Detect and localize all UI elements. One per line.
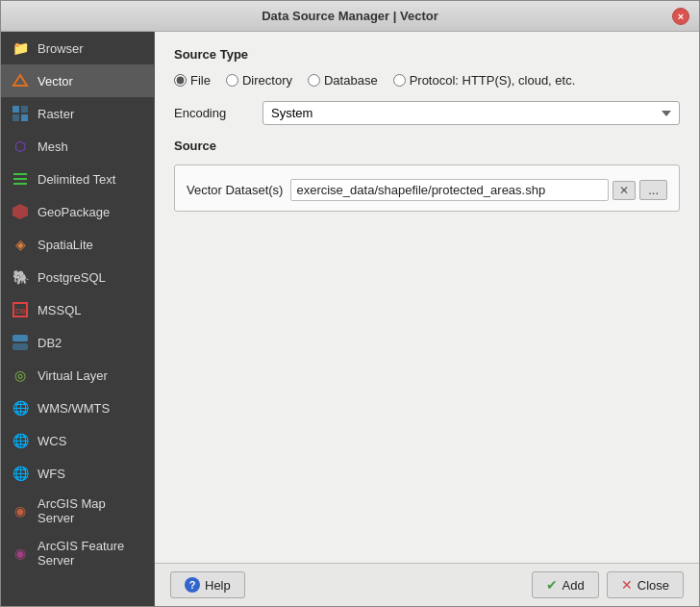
delimited-text-icon — [11, 169, 30, 189]
browser-icon: 📁 — [11, 38, 30, 58]
raster-icon — [11, 104, 30, 123]
sidebar-item-mssql[interactable]: DB MSSQL — [1, 293, 154, 326]
radio-file-input[interactable] — [174, 74, 187, 87]
radio-protocol-label: Protocol: HTTP(S), cloud, etc. — [410, 73, 576, 88]
vector-icon — [11, 71, 30, 90]
source-type-title: Source Type — [174, 47, 680, 62]
help-button[interactable]: ? Help — [170, 571, 245, 598]
wcs-icon: 🌐 — [11, 431, 30, 450]
close-label: Close — [638, 578, 669, 593]
sidebar-item-geopackage[interactable]: GeoPackage — [1, 195, 154, 228]
sidebar-label-arcgis-map: ArcGIS Map Server — [38, 496, 144, 525]
add-button[interactable]: ✔ Add — [532, 571, 599, 598]
sidebar-label-delimited-text: Delimited Text — [38, 172, 115, 187]
sidebar-item-db2[interactable]: DB2 — [1, 326, 154, 359]
mssql-icon: DB — [11, 300, 30, 319]
help-icon: ? — [185, 577, 200, 593]
db2-icon — [11, 333, 30, 352]
sidebar-label-mesh: Mesh — [38, 139, 68, 154]
radio-database[interactable]: Database — [308, 73, 378, 88]
sidebar-label-wfs: WFS — [38, 467, 65, 481]
radio-directory-input[interactable] — [226, 74, 238, 87]
radio-file-label: File — [190, 73, 211, 88]
main-content: 📁 Browser Vector — [1, 32, 699, 606]
source-clear-button[interactable]: ✕ — [612, 181, 636, 200]
sidebar-label-wms: WMS/WMTS — [38, 401, 110, 416]
sidebar-item-virtual-layer[interactable]: ◎ Virtual Layer — [1, 359, 154, 392]
svg-rect-6 — [13, 178, 27, 180]
source-browse-button[interactable]: ... — [639, 180, 667, 200]
source-path-input[interactable] — [290, 179, 609, 201]
sidebar-item-arcgis-feature[interactable]: ◉ ArcGIS Feature Server — [1, 532, 154, 574]
svg-rect-1 — [12, 106, 19, 113]
encoding-select[interactable]: System UTF-8 Latin-1 ASCII — [262, 101, 680, 125]
radio-directory-label: Directory — [242, 73, 292, 88]
geopackage-icon — [11, 202, 30, 221]
sidebar-item-postgresql[interactable]: 🐘 PostgreSQL — [1, 261, 154, 293]
bottom-bar: ? Help ✔ Add ✕ Close — [155, 563, 699, 606]
sidebar-label-spatialite: SpatiaLite — [38, 238, 93, 252]
radio-group: File Directory Database Protocol: H — [174, 73, 680, 88]
sidebar-item-mesh[interactable]: ⬡ Mesh — [1, 130, 154, 163]
radio-file[interactable]: File — [174, 73, 211, 88]
arcgis-feature-icon: ◉ — [11, 544, 30, 563]
sidebar-label-db2: DB2 — [38, 336, 62, 350]
sidebar-item-wfs[interactable]: 🌐 WFS — [1, 457, 154, 490]
sidebar-label-arcgis-feature: ArcGIS Feature Server — [38, 539, 144, 568]
virtual-layer-icon: ◎ — [11, 366, 30, 385]
radio-database-input[interactable] — [308, 74, 320, 87]
svg-rect-7 — [13, 183, 27, 185]
sidebar-item-browser[interactable]: 📁 Browser — [1, 32, 154, 64]
svg-text:DB: DB — [15, 307, 26, 316]
source-type-section: Source Type File Directory Database — [174, 47, 680, 125]
sidebar-label-browser: Browser — [38, 41, 84, 56]
window-close-button[interactable]: × — [672, 8, 689, 25]
sidebar-item-wms[interactable]: 🌐 WMS/WMTS — [1, 392, 154, 424]
svg-rect-4 — [21, 114, 28, 121]
right-panel: Source Type File Directory Database — [155, 32, 699, 606]
sidebar: 📁 Browser Vector — [1, 32, 155, 606]
radio-protocol-input[interactable] — [393, 74, 406, 87]
radio-protocol[interactable]: Protocol: HTTP(S), cloud, etc. — [393, 73, 576, 88]
sidebar-item-spatialite[interactable]: ◈ SpatiaLite — [1, 228, 154, 261]
svg-rect-12 — [12, 343, 28, 350]
help-label: Help — [205, 578, 231, 593]
source-container: Vector Dataset(s) ✕ ... — [174, 164, 680, 212]
action-buttons: ✔ Add ✕ Close — [532, 571, 684, 598]
svg-rect-11 — [12, 335, 28, 341]
wfs-icon: 🌐 — [11, 464, 30, 483]
sidebar-label-wcs: WCS — [38, 434, 66, 448]
window-title: Data Source Manager | Vector — [28, 9, 672, 23]
sidebar-label-raster: Raster — [38, 107, 74, 121]
add-label: Add — [562, 578, 585, 593]
source-title: Source — [174, 139, 680, 153]
mesh-icon: ⬡ — [11, 137, 30, 156]
sidebar-label-vector: Vector — [38, 74, 73, 89]
sidebar-item-arcgis-map[interactable]: ◉ ArcGIS Map Server — [1, 490, 154, 532]
wms-icon: 🌐 — [11, 398, 30, 417]
encoding-label: Encoding — [174, 106, 251, 120]
radio-database-label: Database — [324, 73, 378, 88]
window: Data Source Manager | Vector × 📁 Browser… — [0, 0, 700, 607]
sidebar-item-vector[interactable]: Vector — [1, 64, 154, 97]
sidebar-item-raster[interactable]: Raster — [1, 97, 154, 130]
sidebar-label-virtual-layer: Virtual Layer — [38, 368, 108, 383]
radio-directory[interactable]: Directory — [226, 73, 292, 88]
spatialite-icon: ◈ — [11, 235, 30, 254]
add-icon: ✔ — [546, 577, 558, 593]
svg-marker-0 — [13, 75, 27, 86]
sidebar-label-mssql: MSSQL — [38, 303, 82, 317]
source-dataset-row: Vector Dataset(s) ✕ ... — [187, 179, 667, 201]
sidebar-item-wcs[interactable]: 🌐 WCS — [1, 424, 154, 457]
svg-rect-5 — [13, 173, 27, 175]
title-bar: Data Source Manager | Vector × — [1, 1, 699, 32]
close-button[interactable]: ✕ Close — [607, 571, 684, 598]
sidebar-label-geopackage: GeoPackage — [38, 205, 110, 219]
sidebar-item-delimited-text[interactable]: Delimited Text — [1, 163, 154, 195]
source-section: Source Vector Dataset(s) ✕ ... — [174, 139, 680, 212]
svg-rect-3 — [12, 114, 19, 121]
sidebar-label-postgresql: PostgreSQL — [38, 270, 106, 285]
encoding-row: Encoding System UTF-8 Latin-1 ASCII — [174, 101, 680, 125]
close-icon: ✕ — [621, 577, 633, 593]
postgresql-icon: 🐘 — [11, 267, 30, 287]
